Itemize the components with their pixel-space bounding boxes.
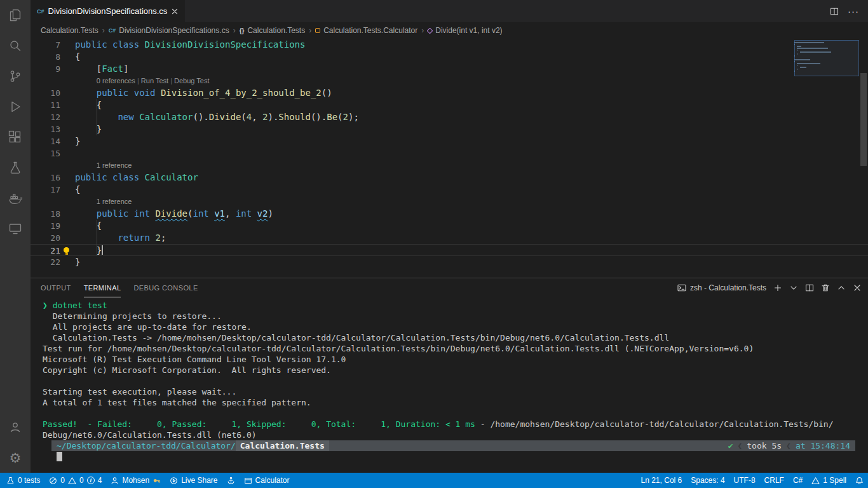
editor-lines: 7public class DivisionDivisionSpecificat… bbox=[31, 39, 868, 268]
terminal-line: Starting test execution, please wait... bbox=[43, 386, 868, 397]
terminal-profile-selector[interactable]: zsh - Calculation.Tests bbox=[677, 283, 766, 292]
split-terminal-icon[interactable] bbox=[805, 283, 814, 292]
gutter bbox=[60, 208, 75, 220]
code-line[interactable]: 9 [Fact] bbox=[31, 63, 868, 75]
live-share-label: Live Share bbox=[181, 476, 217, 485]
breadcrumb-separator: › bbox=[309, 26, 311, 35]
tab-division-specifications[interactable]: C# DivisionDivisionSpecifications.cs bbox=[31, 0, 185, 22]
codelens-link[interactable]: 0 references bbox=[97, 77, 135, 85]
maximize-panel-icon[interactable] bbox=[837, 283, 846, 292]
status-notifications[interactable] bbox=[851, 473, 868, 488]
code-line[interactable]: 12 new Calculator().Divide(4, 2).Should(… bbox=[31, 111, 868, 123]
accounts-button[interactable] bbox=[0, 412, 31, 442]
gutter bbox=[60, 159, 75, 172]
status-azurite[interactable] bbox=[222, 473, 240, 488]
live-share-icon bbox=[170, 477, 178, 485]
sidebar-item-search[interactable] bbox=[0, 30, 31, 61]
gutter bbox=[60, 51, 75, 63]
status-project[interactable]: Calculator bbox=[240, 473, 294, 488]
terminal-profile-label: zsh - Calculation.Tests bbox=[690, 283, 766, 292]
close-icon[interactable] bbox=[171, 8, 179, 15]
status-tests[interactable]: 0 tests bbox=[0, 473, 44, 488]
terminal-line: Test run for /home/mohsen/Desktop/calcul… bbox=[43, 343, 868, 354]
breadcrumb-namespace[interactable]: {}Calculation.Tests bbox=[240, 26, 306, 35]
sidebar-item-source-control[interactable] bbox=[0, 61, 31, 92]
status-cursor-position[interactable]: Ln 21, Col 6 bbox=[635, 473, 687, 488]
sidebar-item-docker[interactable] bbox=[0, 183, 31, 214]
error-count: 0 bbox=[60, 476, 65, 485]
error-icon bbox=[49, 477, 57, 485]
breadcrumb-method[interactable]: Divide(int v1, int v2) bbox=[428, 26, 502, 35]
status-encoding[interactable]: UTF-8 bbox=[729, 473, 760, 488]
scrollbar-thumb[interactable] bbox=[860, 73, 867, 166]
status-live-share[interactable]: Live Share bbox=[165, 473, 222, 488]
line-number: 13 bbox=[31, 123, 60, 135]
breadcrumb-class[interactable]: Calculation.Tests.Calculator bbox=[315, 26, 417, 35]
new-terminal-icon[interactable] bbox=[773, 283, 782, 292]
minimap[interactable] bbox=[794, 40, 859, 72]
csharp-file-icon: C# bbox=[37, 8, 44, 15]
code-line[interactable]: 14} bbox=[31, 135, 868, 147]
tab-terminal[interactable]: TERMINAL bbox=[84, 278, 121, 297]
code-line[interactable]: 21 } bbox=[31, 244, 868, 256]
bottom-panel: OUTPUT TERMINAL DEBUG CONSOLE zsh - Calc… bbox=[31, 278, 868, 473]
breadcrumb-file[interactable]: C#DivisionDivisionSpecifications.cs bbox=[109, 26, 229, 35]
status-problems[interactable]: 0 0 i 4 bbox=[44, 473, 106, 488]
codelens-row: 1 reference bbox=[31, 159, 868, 172]
sidebar-item-remote-explorer[interactable] bbox=[0, 214, 31, 244]
sidebar-item-testing[interactable] bbox=[0, 152, 31, 183]
status-account[interactable]: Mohsen bbox=[106, 473, 165, 488]
line-number: 17 bbox=[31, 184, 60, 196]
sidebar-item-explorer[interactable] bbox=[0, 0, 31, 30]
beaker-icon bbox=[6, 477, 15, 485]
trash-icon[interactable] bbox=[821, 283, 830, 292]
editor[interactable]: 7public class DivisionDivisionSpecificat… bbox=[31, 39, 868, 278]
status-spell-checker[interactable]: 1 Spell bbox=[807, 473, 851, 488]
split-editor-icon[interactable] bbox=[830, 7, 839, 16]
codelens-link[interactable]: 1 reference bbox=[97, 198, 132, 205]
code-line[interactable]: 17{ bbox=[31, 184, 868, 196]
sidebar-item-run-debug[interactable] bbox=[0, 92, 31, 122]
status-eol[interactable]: CRLF bbox=[760, 473, 789, 488]
code-line[interactable]: 22} bbox=[31, 256, 868, 268]
indent-guide bbox=[97, 220, 97, 256]
class-icon bbox=[315, 28, 320, 33]
status-indentation[interactable]: Spaces: 4 bbox=[686, 473, 729, 488]
code-line[interactable]: 10 public void Division_of_4_by_2_should… bbox=[31, 87, 868, 99]
chevron-down-icon[interactable] bbox=[789, 283, 798, 292]
editor-scrollbar[interactable] bbox=[859, 39, 868, 278]
code-line[interactable]: 7public class DivisionDivisionSpecificat… bbox=[31, 39, 868, 51]
codelens-link[interactable]: Run Test bbox=[141, 77, 168, 85]
gutter bbox=[60, 75, 75, 87]
codelens-link[interactable]: Debug Test bbox=[174, 77, 209, 85]
tab-debug-console[interactable]: DEBUG CONSOLE bbox=[133, 278, 198, 297]
code-line[interactable]: 20 return 2; bbox=[31, 232, 868, 244]
line-number bbox=[31, 159, 60, 172]
tab-output[interactable]: OUTPUT bbox=[41, 278, 71, 297]
run-debug-icon bbox=[8, 99, 23, 114]
lightbulb-icon[interactable] bbox=[64, 247, 69, 253]
project-icon bbox=[244, 477, 252, 485]
breadcrumb-folder[interactable]: Calculation.Tests bbox=[41, 26, 98, 35]
more-actions-icon[interactable]: ··· bbox=[848, 6, 859, 17]
minimap-slider[interactable] bbox=[794, 40, 859, 76]
sidebar-item-extensions[interactable] bbox=[0, 122, 31, 152]
code-line[interactable]: 19 { bbox=[31, 220, 868, 232]
gutter bbox=[60, 232, 75, 244]
prompt-current-dir: Calculation.Tests bbox=[236, 440, 329, 451]
code-line[interactable]: 18 public int Divide(int v1, int v2) bbox=[31, 208, 868, 220]
code-line[interactable]: 13 } bbox=[31, 123, 868, 135]
terminal[interactable]: ❯ dotnet test Determining projects to re… bbox=[31, 297, 868, 473]
status-language[interactable]: C# bbox=[789, 473, 807, 488]
code-line[interactable]: 11 { bbox=[31, 99, 868, 111]
code-line[interactable]: 8{ bbox=[31, 51, 868, 63]
code-line[interactable]: 16public class Calculator bbox=[31, 172, 868, 184]
codelens-link[interactable]: 1 reference bbox=[97, 161, 132, 169]
tests-count: 0 tests bbox=[18, 476, 40, 485]
code-line[interactable]: 15 bbox=[31, 147, 868, 159]
close-panel-icon[interactable] bbox=[853, 283, 862, 292]
terminal-input-row[interactable] bbox=[43, 451, 868, 462]
settings-button[interactable]: ⚙ bbox=[0, 442, 31, 473]
gutter bbox=[60, 245, 75, 255]
search-icon bbox=[8, 38, 23, 53]
